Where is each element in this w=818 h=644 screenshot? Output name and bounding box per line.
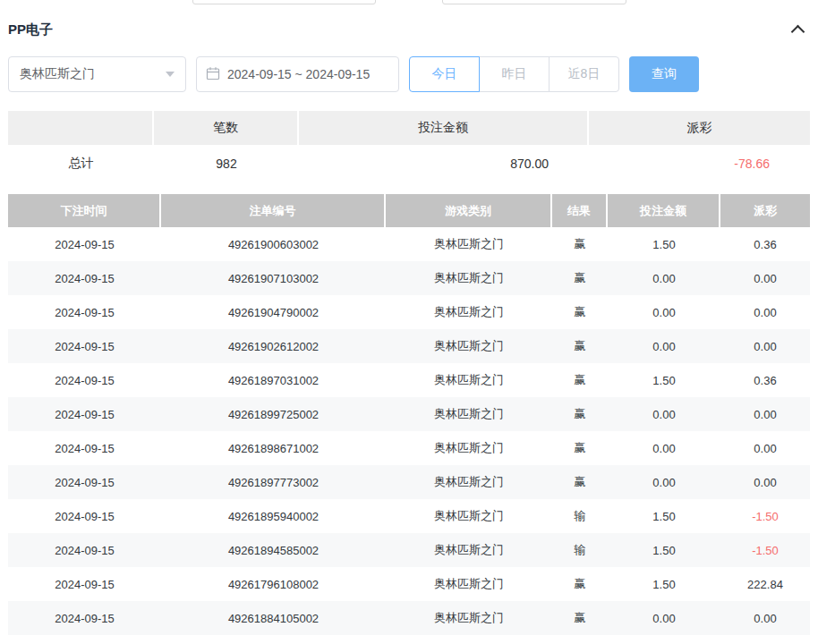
cell-result: 赢: [552, 465, 608, 499]
cell-game-category: 奥林匹斯之门: [386, 363, 552, 397]
cell-bet-amount: 1.50: [608, 533, 720, 567]
cell-game-category: 奥林匹斯之门: [386, 397, 552, 431]
cell-bet-amount: 0.00: [608, 465, 720, 499]
summary-table: 笔数 投注金额 派彩 总计 982 870.00 -78.66: [8, 111, 810, 182]
quick-button-today[interactable]: 今日: [409, 56, 480, 92]
cell-order-id: 49261900603002: [161, 227, 386, 261]
date-range-value: 2024-09-15 ~ 2024-09-15: [227, 67, 370, 81]
cell-payout: 0.00: [720, 601, 810, 635]
cell-payout: -1.50: [720, 533, 810, 567]
cell-bet-amount: 0.00: [608, 261, 720, 295]
cell-bet-amount: 0.00: [608, 601, 720, 635]
quick-button-last-8-days[interactable]: 近8日: [549, 56, 619, 92]
bet-table: 下注时间 注单编号 游戏类别 结果 投注金额 派彩 2024-09-15 492…: [8, 194, 810, 644]
cell-order-id: 49261898671002: [161, 431, 386, 465]
table-row: 2024-09-15 49261899725002 奥林匹斯之门 赢 0.00 …: [8, 397, 810, 431]
summary-total-count: 982: [154, 145, 299, 182]
table-row: 2024-09-15 49261895940002 奥林匹斯之门 输 1.50 …: [8, 499, 810, 533]
table-row: [8, 635, 810, 644]
quick-button-yesterday[interactable]: 昨日: [479, 56, 550, 92]
cell-result: 赢: [552, 567, 608, 601]
cell-bet-time: 2024-09-15: [8, 397, 161, 431]
panel-header: PP电子: [8, 20, 805, 39]
table-row: 2024-09-15 49261900603002 奥林匹斯之门 赢 1.50 …: [8, 227, 810, 261]
cell-order-id: 49261796108002: [161, 567, 386, 601]
table-row: 2024-09-15 49261898671002 奥林匹斯之门 赢 0.00 …: [8, 431, 810, 465]
cell-payout: 0.00: [720, 261, 810, 295]
date-range-input[interactable]: 2024-09-15 ~ 2024-09-15: [196, 56, 399, 92]
table-row: 2024-09-15 49261884105002 奥林匹斯之门 赢 0.00 …: [8, 601, 810, 635]
page: PP电子 奥林匹斯之门 2024-09-15 ~ 2024-09-15 今日 昨…: [0, 0, 818, 644]
cell-bet-time: 2024-09-15: [8, 363, 161, 397]
cell-result: 输: [552, 533, 608, 567]
table-row: 2024-09-15 49261796108002 奥林匹斯之门 赢 1.50 …: [8, 567, 810, 601]
col-header-order-id: 注单编号: [161, 194, 386, 227]
col-header-result: 结果: [552, 194, 608, 227]
cell-bet-time: 2024-09-15: [8, 329, 161, 363]
cell-bet-time: 2024-09-15: [8, 499, 161, 533]
cell-order-id: 49261895940002: [161, 499, 386, 533]
cell-result: 赢: [552, 363, 608, 397]
cell-bet-time: 2024-09-15: [8, 295, 161, 329]
cell-result: 赢: [552, 261, 608, 295]
cell-order-id: [161, 635, 386, 644]
cell-game-category: 奥林匹斯之门: [386, 465, 552, 499]
panel-title: PP电子: [8, 21, 53, 38]
cell-bet-time: [8, 635, 161, 644]
cell-bet-time: 2024-09-15: [8, 567, 161, 601]
search-button[interactable]: 查询: [629, 56, 699, 92]
cell-bet-amount: 0.00: [608, 397, 720, 431]
cell-bet-time: 2024-09-15: [8, 227, 161, 261]
cell-game-category: 奥林匹斯之门: [386, 261, 552, 295]
cell-bet-amount: 0.00: [608, 329, 720, 363]
cell-payout: 0.36: [720, 363, 810, 397]
cell-order-id: 49261897773002: [161, 465, 386, 499]
cell-order-id: 49261904790002: [161, 295, 386, 329]
cell-game-category: [386, 635, 552, 644]
cell-payout: 0.00: [720, 431, 810, 465]
table-row: 2024-09-15 49261897773002 奥林匹斯之门 赢 0.00 …: [8, 465, 810, 499]
summary-header-payout: 派彩: [589, 111, 810, 145]
bet-table-header: 下注时间 注单编号 游戏类别 结果 投注金额 派彩: [8, 194, 810, 227]
cell-game-category: 奥林匹斯之门: [386, 329, 552, 363]
quick-range-button-group: 今日 昨日 近8日: [409, 56, 619, 92]
cell-order-id: 49261897031002: [161, 363, 386, 397]
cell-result: [552, 635, 608, 644]
cell-game-category: 奥林匹斯之门: [386, 431, 552, 465]
chevron-up-icon[interactable]: [791, 24, 805, 35]
cell-game-category: 奥林匹斯之门: [386, 227, 552, 261]
cell-bet-time: 2024-09-15: [8, 601, 161, 635]
cell-result: 赢: [552, 227, 608, 261]
cell-game-category: 奥林匹斯之门: [386, 499, 552, 533]
cell-order-id: 49261899725002: [161, 397, 386, 431]
cell-order-id: 49261902612002: [161, 329, 386, 363]
cell-bet-time: 2024-09-15: [8, 465, 161, 499]
cell-payout: -1.50: [720, 499, 810, 533]
col-header-game-category: 游戏类别: [386, 194, 552, 227]
cell-result: 赢: [552, 295, 608, 329]
table-row: 2024-09-15 49261902612002 奥林匹斯之门 赢 0.00 …: [8, 329, 810, 363]
cell-payout: 0.00: [720, 329, 810, 363]
cell-order-id: 49261894585002: [161, 533, 386, 567]
cell-bet-amount: 0.00: [608, 431, 720, 465]
cell-bet-amount: 1.50: [608, 499, 720, 533]
cell-game-category: 奥林匹斯之门: [386, 567, 552, 601]
cell-result: 赢: [552, 431, 608, 465]
game-select[interactable]: 奥林匹斯之门: [8, 56, 186, 92]
cell-bet-time: 2024-09-15: [8, 261, 161, 295]
cropped-input-right[interactable]: [442, 0, 626, 4]
cell-bet-amount: 1.50: [608, 227, 720, 261]
bet-table-body: 2024-09-15 49261900603002 奥林匹斯之门 赢 1.50 …: [8, 227, 810, 644]
table-row: 2024-09-15 49261907103002 奥林匹斯之门 赢 0.00 …: [8, 261, 810, 295]
summary-total-payout: -78.66: [589, 145, 810, 182]
cell-bet-amount: 1.50: [608, 363, 720, 397]
cell-payout: 222.84: [720, 567, 810, 601]
cropped-input-left[interactable]: [192, 0, 376, 4]
cell-game-category: 奥林匹斯之门: [386, 601, 552, 635]
cell-game-category: 奥林匹斯之门: [386, 295, 552, 329]
cell-result: 赢: [552, 397, 608, 431]
cell-result: 输: [552, 499, 608, 533]
calendar-icon: [206, 66, 227, 83]
cell-order-id: 49261884105002: [161, 601, 386, 635]
summary-header-count: 笔数: [154, 111, 299, 145]
